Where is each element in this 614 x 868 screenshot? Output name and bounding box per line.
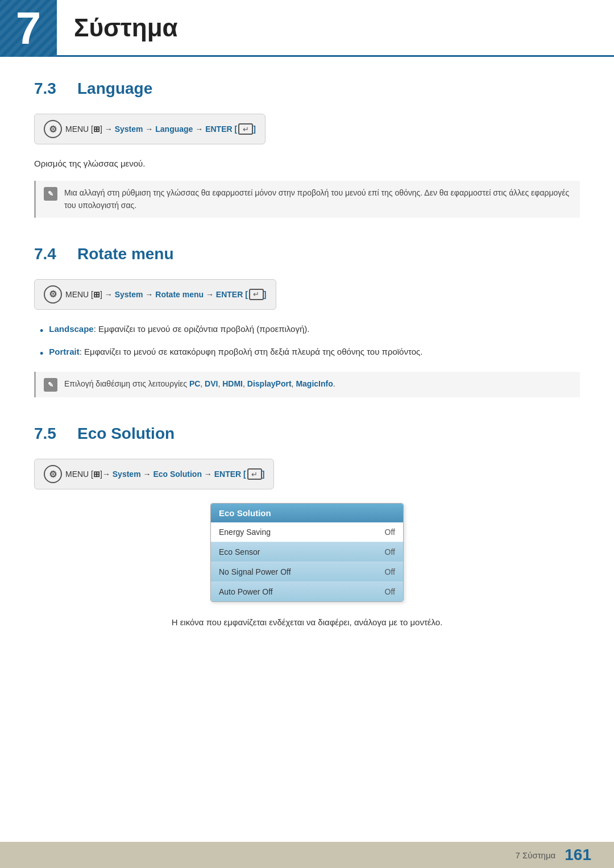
menu-icon-7-4 — [44, 285, 62, 304]
menu-grid-icon-3: ⊞ — [93, 470, 100, 479]
eco-ui-header: Eco Solution — [211, 504, 403, 522]
section-7-3-note: ✎ Μια αλλαγή στη ρύθμιση της γλώσσας θα … — [34, 181, 580, 218]
page-number: 161 — [565, 846, 591, 864]
section-7-3-desc: Ορισμός της γλώσσας μενού. — [34, 157, 580, 171]
section-7-5-heading: 7.5 Eco Solution — [34, 425, 580, 443]
section-7-4-number: 7.4 — [34, 245, 68, 263]
section-7-4-note: ✎ Επιλογή διαθέσιμη στις λειτουργίες PC,… — [34, 372, 580, 397]
section-7-5-menu-text: MENU [⊞]→ System → Eco Solution → ENTER … — [65, 468, 264, 480]
section-7-3-menu-path: MENU [⊞] → System → Language → ENTER [↵] — [34, 114, 265, 144]
footer-label: 7 Σύστημα — [515, 850, 555, 860]
section-7-5: 7.5 Eco Solution MENU [⊞]→ System → Eco … — [34, 425, 580, 629]
bullet-2-content: Portrait: Εμφανίζει το μενού σε κατακόρυ… — [49, 345, 422, 359]
note-icon-7-3: ✎ — [44, 187, 57, 201]
eco-solution-ui: Eco Solution Energy Saving Off Eco Senso… — [210, 503, 404, 602]
section-7-5-menu-path: MENU [⊞]→ System → Eco Solution → ENTER … — [34, 459, 274, 489]
section-7-3: 7.3 Language MENU [⊞] → System → Languag… — [34, 80, 580, 218]
eco-row-no-signal: No Signal Power Off Off — [211, 562, 403, 582]
menu-icon-7-3 — [44, 120, 62, 138]
list-item: • Landscape: Εμφανίζει το μενού σε οριζό… — [40, 322, 580, 339]
section-7-4-heading: 7.4 Rotate menu — [34, 245, 580, 263]
eco-caption: Η εικόνα που εμφανίζεται ενδέχεται να δι… — [34, 616, 580, 629]
section-7-3-heading: 7.3 Language — [34, 80, 580, 98]
note-displayport: DisplayPort — [247, 379, 292, 388]
eco-value-auto-power: Off — [385, 587, 395, 596]
note-icon-7-4: ✎ — [44, 378, 57, 392]
enter-icon-7-5: ↵ — [247, 468, 262, 480]
bullet-1-content: Landscape: Εμφανίζει το μενού σε οριζόντ… — [49, 322, 309, 336]
bullet-text-landscape: : Εμφανίζει το μενού σε οριζόντια προβολ… — [94, 324, 310, 334]
bullet-dot-1: • — [40, 323, 43, 339]
menu-icon-7-5 — [44, 465, 62, 483]
note-hdmi: HDMI — [222, 379, 243, 388]
section-7-3-number: 7.3 — [34, 80, 68, 98]
page-content: 7.3 Language MENU [⊞] → System → Languag… — [0, 80, 614, 702]
section-7-4-bullets: • Landscape: Εμφανίζει το μενού σε οριζό… — [34, 322, 580, 362]
chapter-title-block: Σύστημα — [57, 0, 614, 57]
section-7-5-number: 7.5 — [34, 425, 68, 443]
eco-row-eco-sensor: Eco Sensor Off — [211, 542, 403, 562]
eco-value-energy-saving: Off — [385, 528, 395, 537]
list-item: • Portrait: Εμφανίζει το μενού σε κατακό… — [40, 345, 580, 362]
chapter-number: 7 — [0, 0, 57, 57]
eco-label-no-signal: No Signal Power Off — [219, 567, 291, 576]
enter-icon-7-3: ↵ — [238, 123, 253, 135]
section-7-4-menu-text: MENU [⊞] → System → Rotate menu → ENTER … — [65, 289, 267, 300]
menu-grid-icon-2: ⊞ — [93, 289, 100, 298]
eco-row-auto-power: Auto Power Off Off — [211, 582, 403, 601]
section-7-4-menu-path: MENU [⊞] → System → Rotate menu → ENTER … — [34, 279, 276, 310]
chapter-header: 7 Σύστημα — [0, 0, 614, 57]
enter-icon-7-4: ↵ — [249, 289, 264, 300]
section-7-4-title: Rotate menu — [77, 245, 174, 263]
note-pc: PC — [189, 379, 200, 388]
page-footer: 7 Σύστημα 161 — [0, 842, 614, 868]
chapter-title: Σύστημα — [74, 14, 178, 42]
menu-keyword: MENU [ — [65, 124, 93, 134]
section-7-3-title: Language — [77, 80, 152, 98]
section-7-5-title: Eco Solution — [77, 425, 175, 443]
bullet-label-portrait: Portrait — [49, 347, 79, 356]
note-magicinfo: MagicInfo — [296, 379, 333, 388]
eco-value-eco-sensor: Off — [385, 547, 395, 556]
section-7-4: 7.4 Rotate menu MENU [⊞] → System → Rota… — [34, 245, 580, 398]
note-text-7-4: Επιλογή διαθέσιμη στις λειτουργίες PC, D… — [64, 377, 335, 390]
bullet-text-portrait: : Εμφανίζει το μενού σε κατακόρυφη προβο… — [80, 347, 423, 356]
eco-label-energy-saving: Energy Saving — [219, 528, 271, 537]
eco-label-eco-sensor: Eco Sensor — [219, 547, 260, 556]
eco-row-energy-saving: Energy Saving Off — [211, 522, 403, 542]
eco-label-auto-power: Auto Power Off — [219, 587, 273, 596]
bullet-label-landscape: Landscape — [49, 324, 93, 334]
menu-grid-icon: ⊞ — [93, 124, 100, 134]
note-text-7-3: Μια αλλαγή στη ρύθμιση της γλώσσας θα εφ… — [64, 186, 572, 212]
eco-value-no-signal: Off — [385, 567, 395, 576]
bullet-dot-2: • — [40, 346, 43, 362]
section-7-3-menu-text: MENU [⊞] → System → Language → ENTER [↵] — [65, 123, 256, 135]
note-dvi: DVI — [205, 379, 218, 388]
